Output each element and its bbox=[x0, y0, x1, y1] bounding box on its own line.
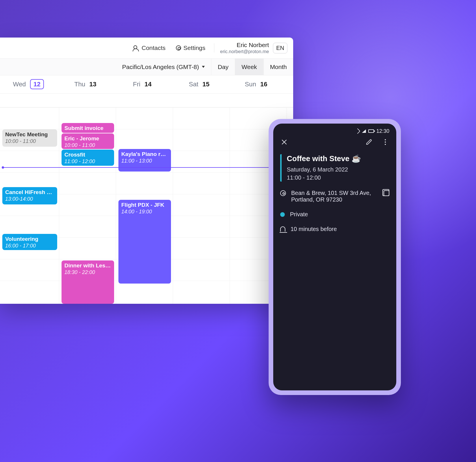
phone-screen: 12:30 Coffee with Steve ☕ Saturday, 6 Ma… bbox=[273, 124, 396, 390]
event-title: Flight PDX - JFK bbox=[121, 202, 168, 208]
phone-mockup: 12:30 Coffee with Steve ☕ Saturday, 6 Ma… bbox=[269, 119, 401, 395]
dayheader-fri[interactable]: Fri 14 bbox=[114, 75, 171, 93]
dayheader-wed[interactable]: Wed 12 bbox=[0, 75, 57, 93]
view-day-tab[interactable]: Day bbox=[211, 59, 235, 75]
event[interactable]: Cancel HiFresh s… 13:00-14:00 bbox=[2, 187, 57, 204]
secondbar: Pacific/Los Angeles (GMT-8) Day Week Mon… bbox=[0, 59, 293, 75]
location-icon bbox=[280, 190, 286, 196]
event-visibility-row: Private bbox=[280, 211, 389, 218]
pencil-icon bbox=[366, 139, 372, 145]
phone-statusbar: 12:30 bbox=[280, 127, 389, 135]
edit-button[interactable] bbox=[365, 138, 373, 146]
topbar-divider bbox=[214, 43, 214, 53]
day-headers: Wed 12 Thu 13 Fri 14 Sat 15 Sun 16 bbox=[0, 75, 293, 94]
event-time: 10:00 - 11:00 bbox=[5, 138, 54, 145]
event-header: Coffee with Steve ☕ Saturday, 6 March 20… bbox=[280, 154, 389, 182]
day-label: Sat bbox=[189, 81, 198, 88]
event-time: 10:00 - 11:00 bbox=[64, 142, 111, 149]
close-button[interactable] bbox=[280, 138, 288, 146]
daycol-thu: Submit invoice Eric - Jerome 10:00 - 11:… bbox=[59, 107, 116, 304]
contacts-label: Contacts bbox=[142, 44, 166, 51]
dayheader-sun[interactable]: Sun 16 bbox=[228, 75, 285, 93]
contacts-link[interactable]: Contacts bbox=[133, 44, 166, 51]
user-block[interactable]: Eric Norbert eric.norbert@proton.me bbox=[220, 42, 269, 54]
event-reminder: 10 minutes before bbox=[291, 226, 389, 232]
event-title: NewTec Meeting bbox=[5, 131, 54, 138]
chevron-down-icon bbox=[202, 66, 205, 68]
event-time: 11:00 - 13:00 bbox=[121, 158, 168, 164]
view-month-tab[interactable]: Month bbox=[263, 59, 293, 75]
event-time: 13:00-14:00 bbox=[5, 196, 54, 202]
event[interactable]: Crossfit 11:00 - 12:00 bbox=[62, 150, 114, 166]
signal-icon bbox=[362, 129, 366, 133]
event-title: Volunteering bbox=[5, 236, 54, 243]
event-title: Cancel HiFresh s… bbox=[5, 189, 54, 196]
event-time: 11:00 - 12:00 bbox=[287, 174, 389, 182]
event[interactable]: NewTec Meeting 10:00 - 11:00 bbox=[2, 129, 57, 147]
daycol-fri: Kayla's Piano reci… 11:00 - 13:00 Flight… bbox=[116, 107, 173, 304]
day-label: Sun bbox=[245, 81, 256, 88]
gear-icon bbox=[176, 45, 181, 51]
phone-clock: 12:30 bbox=[376, 128, 389, 134]
event-time: 14:00 - 19:00 bbox=[121, 208, 168, 215]
close-icon bbox=[281, 139, 287, 145]
event-title: Kayla's Piano reci… bbox=[121, 151, 168, 158]
more-button[interactable] bbox=[381, 138, 389, 146]
day-label: Fri bbox=[133, 81, 140, 88]
event-time: 11:00 - 12:00 bbox=[64, 158, 111, 165]
language-selector[interactable]: EN bbox=[273, 43, 287, 53]
daycol-sat bbox=[173, 107, 230, 304]
settings-link[interactable]: Settings bbox=[176, 44, 205, 51]
event-title: Crossfit bbox=[64, 151, 111, 158]
calendar-color-icon bbox=[280, 212, 285, 217]
event-title: Coffee with Steve ☕ bbox=[287, 154, 389, 163]
user-email: eric.norbert@proton.me bbox=[220, 49, 269, 54]
event-reminder-row: 10 minutes before bbox=[280, 226, 389, 232]
event[interactable]: Kayla's Piano reci… 11:00 - 13:00 bbox=[118, 149, 171, 172]
event[interactable]: Flight PDX - JFK 14:00 - 19:00 bbox=[118, 200, 171, 284]
all-day-row bbox=[0, 94, 293, 107]
event-title: Dinner with Leslie… bbox=[64, 262, 111, 269]
calendar-window: Contacts Settings Eric Norbert eric.norb… bbox=[0, 38, 293, 304]
day-label: Wed bbox=[13, 81, 26, 88]
dayheader-sat[interactable]: Sat 15 bbox=[171, 75, 228, 93]
day-number: 16 bbox=[260, 81, 267, 88]
daycol-wed: NewTec Meeting 10:00 - 11:00 Cancel HiFr… bbox=[0, 107, 59, 304]
battery-icon bbox=[368, 129, 374, 133]
event-location-row: Bean & Brew, 101 SW 3rd Ave, Portland, O… bbox=[280, 190, 389, 203]
view-week-tab[interactable]: Week bbox=[235, 59, 263, 75]
event[interactable]: Dinner with Leslie… 18:30 - 22:00 bbox=[62, 260, 114, 304]
dayheader-thu[interactable]: Thu 13 bbox=[57, 75, 114, 93]
event-title: Submit invoice bbox=[64, 125, 111, 132]
wifi-icon bbox=[355, 128, 360, 134]
copy-button[interactable] bbox=[384, 190, 389, 196]
event-time: 16:00 - 17:00 bbox=[5, 243, 54, 249]
event[interactable]: Volunteering 16:00 - 17:00 bbox=[2, 234, 57, 250]
bell-icon bbox=[280, 226, 285, 232]
day-number: 12 bbox=[30, 79, 44, 89]
phone-actionbar bbox=[280, 138, 389, 146]
day-number: 13 bbox=[89, 81, 96, 88]
event-time: 18:30 - 22:00 bbox=[64, 269, 111, 276]
day-number: 15 bbox=[202, 81, 209, 88]
more-icon bbox=[385, 139, 386, 145]
day-number: 14 bbox=[144, 81, 151, 88]
event-date: Saturday, 6 March 2022 bbox=[287, 165, 389, 174]
user-name: Eric Norbert bbox=[220, 42, 269, 49]
settings-label: Settings bbox=[183, 44, 205, 51]
contacts-icon bbox=[133, 45, 139, 51]
event[interactable]: Submit invoice bbox=[62, 123, 114, 133]
event[interactable]: Eric - Jerome 10:00 - 11:00 bbox=[62, 133, 114, 149]
event-title: Eric - Jerome bbox=[64, 135, 111, 142]
timezone-selector[interactable]: Pacific/Los Angeles (GMT-8) bbox=[116, 64, 211, 70]
topbar: Contacts Settings Eric Norbert eric.norb… bbox=[0, 38, 293, 59]
day-label: Thu bbox=[74, 81, 85, 88]
timezone-label: Pacific/Los Angeles (GMT-8) bbox=[122, 64, 199, 70]
calendar-grid: NewTec Meeting 10:00 - 11:00 Cancel HiFr… bbox=[0, 107, 293, 304]
event-location: Bean & Brew, 101 SW 3rd Ave, Portland, O… bbox=[291, 190, 378, 203]
event-visibility: Private bbox=[290, 211, 389, 218]
